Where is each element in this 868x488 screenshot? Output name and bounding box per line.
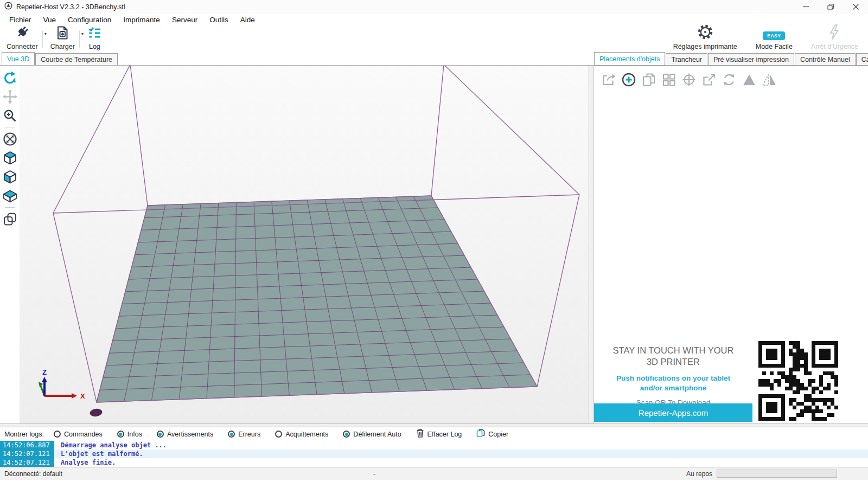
printer-settings-button[interactable]: Réglages imprimante bbox=[670, 27, 741, 50]
rotate-view-icon[interactable] bbox=[2, 70, 17, 85]
filter-acquittements[interactable]: Acquittements bbox=[275, 431, 328, 438]
copy-log-button[interactable]: Copier bbox=[476, 429, 508, 440]
tab-controle-manuel[interactable]: Contrôle Manuel bbox=[795, 53, 856, 65]
toolbar-left-group: Connecter ▾ Charger ▾ bbox=[0, 27, 105, 50]
easy-mode-button[interactable]: EASY Mode Facile bbox=[752, 27, 796, 50]
viewport-3d[interactable]: ZX bbox=[20, 66, 589, 424]
tab-trancheur[interactable]: Trancheur bbox=[666, 53, 707, 65]
menu-serveur[interactable]: Serveur bbox=[166, 15, 203, 25]
emergency-stop-button[interactable]: Arrêt d'Urgence bbox=[808, 27, 861, 50]
ad-title: STAY IN TOUCH WITH YOUR 3D PRINTER bbox=[594, 345, 752, 367]
log-message: Démarrage analyse objet ... bbox=[54, 441, 167, 449]
center-object-icon[interactable] bbox=[681, 72, 697, 88]
connect-button[interactable]: Connecter bbox=[3, 27, 41, 50]
load-dropdown-arrow[interactable]: ▾ bbox=[81, 31, 84, 36]
titlebar: Repetier-Host V2.3.2 - 3DBenchy.stl bbox=[0, 0, 868, 14]
view-toolbar-separator bbox=[5, 127, 15, 127]
log-timestamp: 14:52:07.121 bbox=[0, 450, 54, 458]
window-title: Repetier-Host V2.3.2 - 3DBenchy.stl bbox=[16, 3, 125, 11]
svg-text:Z: Z bbox=[42, 368, 47, 376]
object-placement-panel: STAY IN TOUCH WITH YOUR 3D PRINTER Push … bbox=[594, 66, 868, 424]
tab-previsualiser[interactable]: Pré visualiser impression bbox=[708, 53, 794, 65]
auto-arrange-icon[interactable] bbox=[661, 72, 677, 88]
toolbar-separator bbox=[42, 31, 43, 48]
radio-avertissements[interactable] bbox=[157, 431, 164, 438]
trash-icon bbox=[416, 428, 424, 440]
clear-log-button[interactable]: Effacer Log bbox=[416, 428, 462, 440]
rotate-object-icon[interactable] bbox=[721, 72, 737, 88]
repetier-apps-button[interactable]: Repetier-Apps.com bbox=[594, 403, 752, 422]
connect-dropdown-arrow[interactable]: ▾ bbox=[44, 31, 47, 36]
log-filter-caption: Montrer logs: bbox=[4, 431, 44, 438]
filter-defilement-auto[interactable]: Défilement Auto bbox=[343, 431, 401, 438]
filter-commandes[interactable]: Commandes bbox=[54, 431, 103, 438]
radio-commandes[interactable] bbox=[54, 431, 61, 438]
menu-fichier[interactable]: Fichier bbox=[3, 15, 37, 25]
view-front-icon[interactable] bbox=[2, 169, 17, 184]
lightning-icon bbox=[827, 24, 841, 42]
view-isometric-icon[interactable] bbox=[2, 150, 17, 165]
close-button[interactable] bbox=[843, 0, 868, 14]
tab-courbe-temperature[interactable]: Courbe de Température bbox=[35, 53, 118, 65]
add-object-icon[interactable] bbox=[621, 72, 637, 88]
menu-vue[interactable]: Vue bbox=[37, 15, 62, 25]
tab-placements-objets[interactable]: Placements d'objets bbox=[594, 52, 665, 65]
mirror-object-icon[interactable] bbox=[761, 72, 777, 88]
menu-imprimante[interactable]: Imprimante bbox=[117, 15, 166, 25]
vertical-splitter[interactable] bbox=[589, 66, 594, 424]
connect-label: Connecter bbox=[7, 43, 38, 50]
radio-acquittements[interactable] bbox=[275, 431, 282, 438]
view-toolbar-separator bbox=[5, 207, 15, 208]
svg-text:X: X bbox=[80, 392, 85, 400]
log-checklist-icon bbox=[87, 25, 102, 42]
view-top-icon[interactable] bbox=[2, 188, 17, 203]
log-output[interactable]: 14:52:06.887 Démarrage analyse objet ...… bbox=[0, 441, 868, 467]
radio-erreurs[interactable] bbox=[228, 431, 235, 438]
menubar: Fichier Vue Configuration Imprimante Ser… bbox=[0, 14, 868, 25]
horizontal-splitter[interactable] bbox=[0, 423, 868, 427]
ad-subtitle: Push notifications on your tablet and/or… bbox=[594, 374, 752, 393]
ad-text: STAY IN TOUCH WITH YOUR 3D PRINTER Push … bbox=[594, 339, 752, 407]
toggle-log-button[interactable]: Log bbox=[84, 27, 105, 50]
filter-avertissements[interactable]: Avertissements bbox=[157, 431, 213, 438]
zoom-view-icon[interactable] bbox=[2, 108, 17, 123]
panel-tabs: Placements d'objets Trancheur Pré visual… bbox=[594, 52, 868, 65]
fit-view-icon[interactable] bbox=[2, 131, 17, 146]
status-center-text: - bbox=[373, 470, 375, 478]
radio-infos[interactable] bbox=[117, 431, 124, 438]
filter-erreurs[interactable]: Erreurs bbox=[228, 431, 260, 438]
copy-object-icon[interactable] bbox=[641, 72, 657, 88]
log-entry: 14:52:06.887 Démarrage analyse objet ... bbox=[0, 441, 868, 450]
load-button[interactable]: Charger bbox=[47, 27, 78, 50]
lay-flat-icon[interactable] bbox=[741, 72, 757, 88]
tab-row: Vue 3D Courbe de Température Placements … bbox=[0, 52, 868, 65]
tab-vue-3d[interactable]: Vue 3D bbox=[2, 52, 35, 65]
qr-code bbox=[758, 341, 838, 421]
log-filter-bar: Montrer logs: Commandes Infos Avertissem… bbox=[0, 427, 868, 441]
filter-infos[interactable]: Infos bbox=[117, 431, 142, 438]
window-controls bbox=[793, 0, 868, 14]
menu-outils[interactable]: Outils bbox=[203, 15, 234, 25]
connection-status: Déconnecté: default bbox=[4, 470, 62, 478]
toolbar-right-group: Réglages imprimante EASY Mode Facile Arr… bbox=[670, 27, 861, 50]
toggle-perspective-icon[interactable] bbox=[2, 211, 17, 227]
menu-configuration[interactable]: Configuration bbox=[62, 15, 117, 25]
view-tabs: Vue 3D Courbe de Température bbox=[2, 52, 118, 65]
log-entry: 14:52:07.121 Analyse finie. bbox=[0, 458, 868, 467]
log-label: Log bbox=[89, 43, 100, 50]
minimize-button[interactable] bbox=[793, 0, 818, 14]
printer-state: Au repos bbox=[686, 470, 712, 478]
tab-carte-sd[interactable]: Carte SD bbox=[856, 53, 868, 65]
status-bar: Déconnecté: default - Au repos bbox=[0, 467, 868, 480]
export-object-icon[interactable] bbox=[601, 72, 617, 88]
print-bed-scene: ZX bbox=[20, 66, 589, 424]
menu-aide[interactable]: Aide bbox=[234, 15, 261, 25]
gear-icon bbox=[697, 24, 713, 42]
radio-defilement-auto[interactable] bbox=[343, 431, 350, 438]
maximize-button[interactable] bbox=[818, 0, 843, 14]
scale-object-icon[interactable] bbox=[701, 72, 717, 88]
pan-view-icon[interactable] bbox=[2, 89, 17, 104]
log-entry: 14:52:07.121 L'objet est malformé. bbox=[0, 450, 868, 458]
printer-settings-label: Réglages imprimante bbox=[673, 43, 737, 50]
log-timestamp: 14:52:07.121 bbox=[0, 458, 54, 467]
